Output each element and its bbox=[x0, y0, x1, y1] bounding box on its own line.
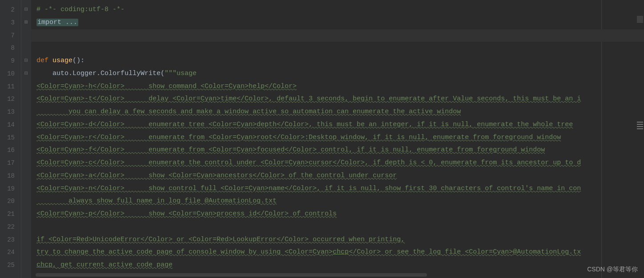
code-line[interactable]: import ... bbox=[31, 16, 644, 29]
string-text: try to change the active code page of co… bbox=[36, 248, 333, 256]
string-text: always show full name in log file @Autom… bbox=[36, 197, 277, 205]
line-number: 3 bbox=[0, 16, 21, 29]
string-text: <Color=Cyan>-p</Color> show <Color=Cyan>… bbox=[36, 210, 337, 218]
line-number-gutter: 2 3 7 8 9 10 11 12 13 14 15 16 17 18 19 … bbox=[0, 0, 21, 278]
line-number: 8 bbox=[0, 42, 21, 55]
fold-marker bbox=[21, 170, 31, 183]
function-name: usage bbox=[52, 57, 72, 64]
minimap-line bbox=[637, 16, 643, 16]
code-line[interactable]: <Color=Cyan>-r</Color> enumerate from <C… bbox=[31, 131, 644, 144]
line-number: 22 bbox=[0, 221, 21, 234]
line-number: 2 bbox=[0, 4, 21, 16]
line-number: 13 bbox=[0, 106, 21, 119]
fold-marker bbox=[21, 234, 31, 246]
code-line[interactable] bbox=[31, 221, 644, 234]
keyword-def: def bbox=[36, 57, 52, 64]
code-line[interactable]: <Color=Cyan>-a</Color> show <Color=Cyan>… bbox=[31, 170, 644, 183]
string-underlined: chcp bbox=[36, 261, 52, 269]
line-number: 24 bbox=[0, 246, 21, 259]
fold-marker bbox=[21, 106, 31, 119]
code-line[interactable]: <Color=Cyan>-t</Color> delay <Color=Cyan… bbox=[31, 93, 644, 106]
fold-marker bbox=[21, 246, 31, 259]
line-number: 9 bbox=[0, 55, 21, 68]
line-number: 7 bbox=[0, 29, 21, 42]
folded-import[interactable]: import ... bbox=[36, 19, 78, 26]
minimap-marker bbox=[637, 126, 643, 127]
watermark-text: CSDN @等君等你 bbox=[587, 266, 638, 274]
minimap-marker bbox=[637, 128, 643, 129]
code-line[interactable]: auto.Logger.ColorfullyWrite("""usage bbox=[31, 68, 644, 80]
call-expr: auto.Logger.ColorfullyWrite( bbox=[36, 70, 165, 77]
code-line[interactable]: <Color=Cyan>-h</Color> show command <Col… bbox=[31, 80, 644, 93]
minimap-line bbox=[637, 17, 643, 17]
minimap-line bbox=[637, 19, 643, 19]
fold-marker bbox=[21, 221, 31, 234]
code-area[interactable]: # -*- coding:utf-8 -*- import ... def us… bbox=[31, 0, 644, 278]
string-text: <Color=Cyan>-a</Color> show <Color=Cyan>… bbox=[36, 172, 397, 179]
fold-marker bbox=[21, 119, 31, 131]
line-number: 19 bbox=[0, 183, 21, 195]
code-line[interactable]: always show full name in log file @Autom… bbox=[31, 195, 644, 208]
line-number: 20 bbox=[0, 195, 21, 208]
string-text: </Color> or see the log file <Color=Cyan… bbox=[349, 248, 581, 256]
string-text: you can delay a few seconds and make a w… bbox=[36, 108, 461, 115]
fold-marker bbox=[21, 183, 31, 195]
string-text: <Color=Cyan>-d</Color> enumerate tree <C… bbox=[36, 121, 573, 128]
code-line[interactable]: if <Color=Red>UnicodeError</Color> or <C… bbox=[31, 234, 644, 246]
fold-marker[interactable]: ⊟ bbox=[21, 55, 31, 68]
line-number: 23 bbox=[0, 234, 21, 246]
minimap-line bbox=[637, 21, 643, 22]
horizontal-scrollbar[interactable] bbox=[36, 273, 427, 277]
line-number: 16 bbox=[0, 144, 21, 157]
fold-marker bbox=[21, 80, 31, 93]
fold-marker bbox=[21, 157, 31, 170]
code-line[interactable]: def usage(): bbox=[31, 55, 644, 68]
fold-marker bbox=[21, 42, 31, 55]
line-number: 10 bbox=[0, 68, 21, 80]
fold-marker[interactable]: ⊞ bbox=[21, 16, 31, 29]
code-line[interactable]: # -*- coding:utf-8 -*- bbox=[31, 4, 644, 16]
string-text: <Color=Cyan>-h</Color> show command <Col… bbox=[36, 83, 297, 90]
code-line[interactable]: <Color=Cyan>-c</Color> enumerate the con… bbox=[31, 157, 644, 170]
line-number: 17 bbox=[0, 157, 21, 170]
code-line[interactable]: <Color=Cyan>-p</Color> show <Color=Cyan>… bbox=[31, 208, 644, 221]
fold-marker[interactable]: ⊟ bbox=[21, 68, 31, 80]
fold-marker bbox=[21, 208, 31, 221]
code-line[interactable]: you can delay a few seconds and make a w… bbox=[31, 106, 644, 119]
minimap-marker bbox=[637, 124, 643, 125]
string-text: <Color=Cyan>-f</Color> enumerate from <C… bbox=[36, 146, 545, 154]
line-number: 11 bbox=[0, 80, 21, 93]
minimap-line bbox=[637, 22, 643, 23]
code-line[interactable]: <Color=Cyan>-f</Color> enumerate from <C… bbox=[31, 144, 644, 157]
minimap-marker bbox=[637, 122, 643, 123]
fold-gutter: ⊟ ⊞ ⊟ ⊟ bbox=[21, 0, 31, 278]
fold-marker bbox=[21, 195, 31, 208]
minimap[interactable] bbox=[636, 16, 644, 130]
fold-marker bbox=[21, 144, 31, 157]
fold-marker[interactable]: ⊟ bbox=[21, 4, 31, 16]
current-line[interactable] bbox=[31, 29, 644, 42]
line-number: 25 bbox=[0, 259, 21, 272]
string-underlined: chcp bbox=[333, 248, 349, 256]
code-line[interactable]: <Color=Cyan>-d</Color> enumerate tree <C… bbox=[31, 119, 644, 131]
fold-marker bbox=[21, 93, 31, 106]
paren: (): bbox=[72, 57, 85, 64]
minimap-line bbox=[637, 20, 643, 20]
code-line[interactable] bbox=[31, 42, 644, 55]
string-text: <Color=Cyan>-c</Color> enumerate the con… bbox=[36, 159, 581, 167]
fold-marker bbox=[21, 259, 31, 272]
minimap-line bbox=[637, 18, 643, 18]
line-number: 12 bbox=[0, 93, 21, 106]
string-text: <Color=Cyan>-t</Color> delay <Color=Cyan… bbox=[36, 95, 581, 103]
fold-marker bbox=[21, 131, 31, 144]
string-text: , get current active code page bbox=[52, 261, 173, 269]
line-number: 21 bbox=[0, 208, 21, 221]
code-line[interactable]: chcp, get current active code page bbox=[31, 259, 644, 272]
minimap-line bbox=[637, 20, 643, 21]
line-number: 15 bbox=[0, 131, 21, 144]
comment-text: # -*- coding:utf-8 -*- bbox=[36, 6, 125, 13]
code-editor[interactable]: 2 3 7 8 9 10 11 12 13 14 15 16 17 18 19 … bbox=[0, 0, 644, 278]
string-text: <Color=Cyan>-n</Color> show control full… bbox=[36, 185, 581, 192]
code-line[interactable]: try to change the active code page of co… bbox=[31, 246, 644, 259]
code-line[interactable]: <Color=Cyan>-n</Color> show control full… bbox=[31, 183, 644, 195]
